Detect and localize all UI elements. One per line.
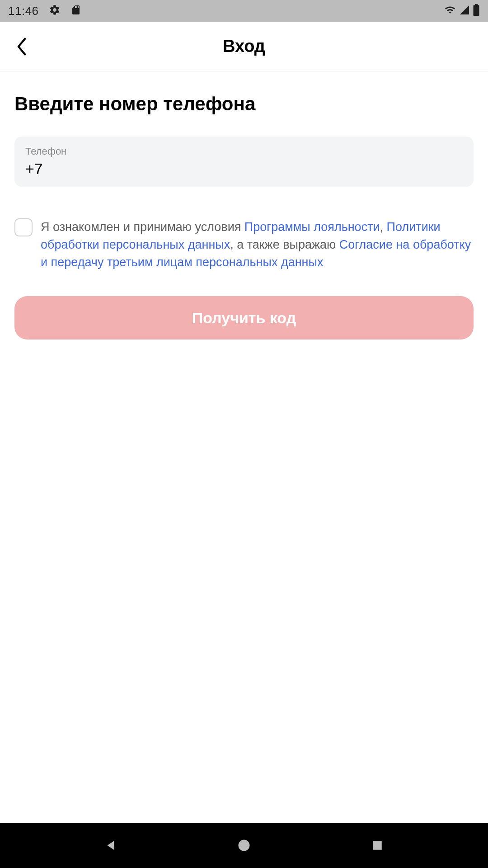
consent-checkbox[interactable] xyxy=(14,218,33,236)
gear-icon xyxy=(49,4,61,18)
svg-rect-3 xyxy=(373,841,382,850)
status-bar: 11:46 xyxy=(0,0,488,22)
loyalty-program-link[interactable]: Программы лояльности xyxy=(244,220,380,234)
nav-back-button[interactable] xyxy=(88,832,133,859)
consent-text: Я ознакомлен и принимаю условия Программ… xyxy=(41,218,474,271)
system-nav-bar xyxy=(0,823,488,868)
consent-row: Я ознакомлен и принимаю условия Программ… xyxy=(14,218,474,271)
battery-icon xyxy=(473,4,480,18)
page-title: Вход xyxy=(13,37,475,56)
consent-text-part-1: Я ознакомлен и принимаю условия xyxy=(41,220,244,234)
status-left: 11:46 xyxy=(8,4,81,18)
section-heading: Введите номер телефона xyxy=(14,93,474,115)
nav-recent-button[interactable] xyxy=(355,832,400,859)
status-time: 11:46 xyxy=(8,4,39,18)
status-right xyxy=(444,4,480,18)
circle-home-icon xyxy=(237,839,251,852)
consent-text-part-3: , а также выражаю xyxy=(230,238,339,251)
svg-point-2 xyxy=(239,840,250,851)
wifi-icon xyxy=(444,5,456,17)
consent-text-part-2: , xyxy=(380,220,387,234)
signal-icon xyxy=(459,5,470,17)
get-code-button[interactable]: Получить код xyxy=(14,296,474,340)
triangle-back-icon xyxy=(104,839,117,852)
phone-input[interactable] xyxy=(25,160,463,178)
phone-input-label: Телефон xyxy=(25,146,463,157)
back-button[interactable] xyxy=(13,38,31,56)
main-content: Введите номер телефона Телефон Я ознаком… xyxy=(0,71,488,823)
svg-rect-0 xyxy=(474,5,479,16)
get-code-button-label: Получить код xyxy=(192,309,296,327)
sd-card-icon xyxy=(70,5,81,17)
svg-rect-1 xyxy=(475,4,478,5)
app-header: Вход xyxy=(0,22,488,71)
chevron-left-icon xyxy=(16,38,28,56)
phone-input-field[interactable]: Телефон xyxy=(14,137,474,187)
square-recent-icon xyxy=(371,840,383,851)
nav-home-button[interactable] xyxy=(221,832,267,859)
